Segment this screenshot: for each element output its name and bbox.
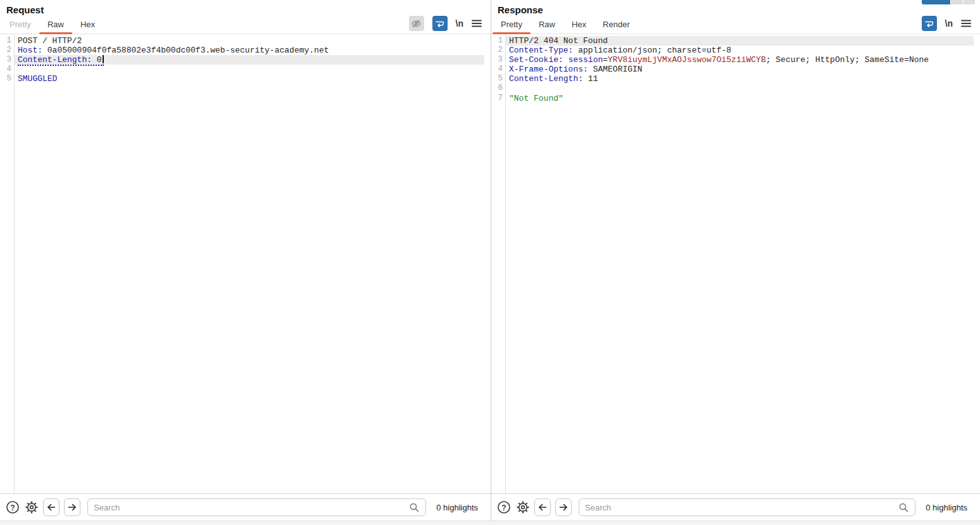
- request-editor[interactable]: 1POST / HTTP/22Host: 0a05000904f0fa58802…: [0, 34, 491, 493]
- show-newlines-toggle[interactable]: \n: [456, 18, 463, 28]
- line-text: "Not Found": [506, 94, 974, 103]
- line-number: 1: [0, 36, 11, 46]
- code-line[interactable]: 7"Not Found": [491, 94, 980, 103]
- view-layout-toggle-partial[interactable]: [922, 0, 975, 4]
- highlights-count: 0 highlights: [430, 503, 486, 512]
- magnifier-icon: [409, 502, 420, 513]
- word-wrap-toggle-button[interactable]: [922, 16, 937, 31]
- response-tab-hex[interactable]: Hex: [563, 20, 594, 34]
- code-line[interactable]: 2Host: 0a05000904f0fa58802e3f4b00dc00f3.…: [0, 46, 491, 55]
- search-help-button[interactable]: ?: [5, 500, 20, 515]
- code-line[interactable]: 6: [491, 84, 980, 93]
- code-segment-plain: ; Secure; HttpOnly; SameSite=None: [766, 55, 929, 65]
- line-text: Content-Type: application/json; charset=…: [506, 46, 974, 55]
- word-wrap-icon: [924, 18, 934, 29]
- help-icon: ?: [497, 500, 511, 514]
- code-line[interactable]: 3Set-Cookie: session=YRV8iuymLjVMxAOJssw…: [491, 55, 980, 65]
- request-tab-pretty[interactable]: Pretty: [1, 20, 39, 34]
- response-search-field[interactable]: [579, 498, 915, 516]
- request-panel: Request Pretty Raw Hex: [0, 0, 491, 521]
- arrow-left-icon: [46, 502, 56, 512]
- line-text: [15, 65, 484, 74]
- line-text: Host: 0a05000904f0fa58802e3f4b00dc00f3.w…: [15, 46, 484, 55]
- arrow-right-icon: [67, 502, 77, 512]
- response-tab-render[interactable]: Render: [594, 20, 638, 34]
- request-search-bar: ?: [0, 493, 491, 521]
- search-next-button[interactable]: [555, 498, 572, 516]
- code-segment-plain: POST / HTTP/2: [18, 36, 82, 46]
- hamburger-menu-icon: [961, 19, 971, 28]
- code-line[interactable]: 1POST / HTTP/2: [0, 36, 491, 46]
- code-line[interactable]: 2Content-Type: application/json; charset…: [491, 46, 980, 55]
- search-previous-button[interactable]: [534, 498, 551, 516]
- gear-icon: [516, 500, 530, 514]
- code-segment-header: session: [569, 55, 603, 65]
- code-segment-header: Host:: [18, 46, 42, 55]
- layout-toggle-segment[interactable]: [951, 0, 963, 4]
- code-line[interactable]: 1HTTP/2 404 Not Found: [491, 36, 980, 46]
- line-number: 5: [0, 74, 11, 84]
- response-editor[interactable]: 1HTTP/2 404 Not Found2Content-Type: appl…: [491, 34, 980, 493]
- magnifier-icon: [898, 502, 909, 513]
- code-segment-string: "Not Found": [509, 94, 563, 103]
- request-tab-hex[interactable]: Hex: [72, 20, 103, 34]
- window-bottom-edge: [0, 521, 980, 525]
- arrow-right-icon: [558, 502, 569, 512]
- line-number: 2: [0, 46, 11, 55]
- line-text: X-Frame-Options: SAMEORIGIN: [506, 65, 974, 74]
- search-settings-button[interactable]: [515, 500, 530, 515]
- word-wrap-toggle-button[interactable]: [432, 16, 448, 31]
- word-wrap-icon: [434, 18, 445, 29]
- code-line[interactable]: 5SMUGGLED: [0, 74, 491, 84]
- search-input[interactable]: [94, 503, 409, 512]
- response-panel: Response Pretty Raw Hex Render \n: [491, 0, 980, 521]
- line-number: 5: [491, 74, 503, 84]
- show-newlines-toggle[interactable]: \n: [945, 18, 953, 28]
- line-text: Set-Cookie: session=YRV8iuymLjVMxAOJsswo…: [506, 55, 974, 65]
- request-search-field[interactable]: [87, 498, 426, 516]
- hamburger-menu-icon: [472, 19, 482, 28]
- svg-text:?: ?: [501, 503, 506, 512]
- line-text: [506, 84, 974, 93]
- code-line[interactable]: 4: [0, 65, 491, 74]
- code-line[interactable]: 3Content-Length: 0: [0, 55, 491, 65]
- layout-toggle-segment[interactable]: [964, 0, 975, 4]
- code-line[interactable]: 4X-Frame-Options: SAMEORIGIN: [491, 65, 980, 74]
- svg-text:?: ?: [10, 503, 15, 512]
- text-caret: [103, 55, 104, 63]
- code-segment-plain: [563, 55, 569, 65]
- arrow-left-icon: [537, 502, 548, 512]
- code-line[interactable]: 5Content-Length: 11: [491, 74, 980, 84]
- gear-icon: [25, 500, 39, 514]
- response-tab-pretty[interactable]: Pretty: [493, 20, 531, 34]
- editor-menu-button[interactable]: [472, 19, 482, 28]
- code-segment-plain: 0: [92, 55, 102, 65]
- request-tab-raw[interactable]: Raw: [39, 20, 72, 34]
- hide-nonprintable-button[interactable]: [409, 16, 424, 31]
- repeater-message-view: Request Pretty Raw Hex: [0, 0, 980, 525]
- search-help-button[interactable]: ?: [496, 500, 511, 515]
- layout-toggle-selected-segment[interactable]: [922, 0, 950, 4]
- code-segment-header: Content-Length:: [509, 74, 583, 84]
- line-number: 2: [491, 46, 503, 55]
- code-segment-header: SMUGGLED: [18, 74, 57, 84]
- line-number: 1: [491, 36, 503, 46]
- search-next-button[interactable]: [64, 498, 80, 516]
- line-text: POST / HTTP/2: [15, 36, 484, 46]
- search-settings-button[interactable]: [24, 500, 39, 515]
- code-segment-plain: application/json; charset=utf-8: [573, 46, 731, 55]
- request-panel-title: Request: [0, 0, 491, 17]
- search-input[interactable]: [585, 503, 898, 512]
- code-segment-header: Content-Type:: [509, 46, 573, 55]
- code-segment-header: Set-Cookie:: [509, 55, 563, 65]
- search-previous-button[interactable]: [43, 498, 60, 516]
- highlights-count: 0 highlights: [920, 503, 975, 512]
- code-segment-plain: 0a05000904f0fa58802e3f4b00dc00f3.web-sec…: [42, 46, 329, 55]
- request-editor-lines: 1POST / HTTP/22Host: 0a05000904f0fa58802…: [0, 36, 491, 84]
- line-number: 7: [491, 94, 503, 103]
- response-panel-title: Response: [491, 0, 980, 17]
- code-segment-plain: SAMEORIGIN: [588, 65, 643, 74]
- response-tab-raw[interactable]: Raw: [531, 20, 563, 34]
- editor-menu-button[interactable]: [961, 19, 971, 28]
- gutter-separator: [505, 34, 506, 493]
